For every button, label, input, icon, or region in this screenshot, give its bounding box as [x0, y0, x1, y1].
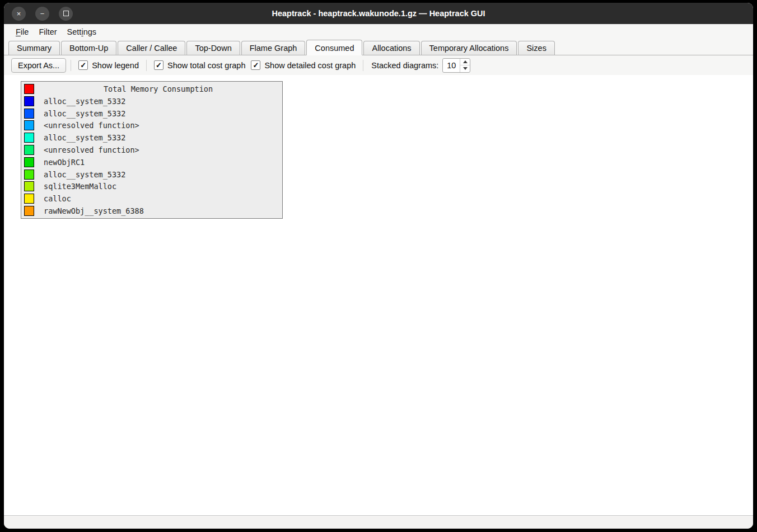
export-as-button[interactable]: Export As... — [11, 58, 66, 73]
legend-label: newObjRC1 — [44, 158, 85, 167]
app-window: × − Heaptrack - heaptrack.wakunode.1.gz … — [4, 3, 753, 529]
legend-label: rawNewObj__system_6388 — [44, 206, 144, 215]
legend-swatch — [24, 206, 34, 216]
tab-consumed[interactable]: Consumed — [306, 40, 362, 55]
toolbar-separator — [71, 60, 71, 71]
legend-swatch — [24, 157, 34, 167]
stacked-diagrams-label: Stacked diagrams: — [371, 61, 438, 70]
title-bar: × − Heaptrack - heaptrack.wakunode.1.gz … — [4, 3, 753, 24]
tab-temporary-allocations[interactable]: Temporary Allocations — [421, 41, 517, 55]
checkbox-show-detailed-cost-graph[interactable]: ✓Show detailed cost graph — [251, 60, 356, 70]
window-bottom-spacer — [4, 515, 753, 529]
legend-swatch — [24, 120, 34, 130]
spin-up-button[interactable] — [460, 59, 470, 66]
legend-swatch — [24, 170, 34, 180]
legend-swatch — [24, 133, 34, 143]
consumed-chart: Total Memory Consumptionalloc__system_53… — [4, 75, 753, 515]
maximize-icon — [63, 11, 69, 16]
legend-item: rawNewObj__system_6388 — [21, 205, 282, 217]
legend-item: alloc__system_5332 — [21, 107, 282, 120]
legend-item: alloc__system_5332 — [21, 95, 282, 107]
legend-label: <unresolved function> — [44, 121, 139, 130]
stacked-diagrams-spinbox[interactable]: 10 — [442, 58, 470, 73]
tab-summary[interactable]: Summary — [8, 41, 60, 55]
menu-filter[interactable]: Filter — [34, 26, 62, 38]
menu-bar: FileFilterSettings — [4, 24, 753, 39]
stacked-diagrams-value: 10 — [443, 59, 460, 72]
checkbox-label: Show total cost graph — [167, 61, 245, 70]
checkbox-box[interactable]: ✓ — [251, 60, 260, 70]
legend-label: alloc__system_5332 — [44, 133, 125, 142]
legend-item: Total Memory Consumption — [21, 83, 282, 95]
legend-swatch — [24, 96, 34, 106]
legend-item: <unresolved function> — [21, 144, 282, 156]
legend-label: alloc__system_5332 — [44, 97, 125, 106]
legend-label: Total Memory Consumption — [34, 84, 282, 93]
window-title: Heaptrack - heaptrack.wakunode.1.gz — He… — [4, 9, 753, 18]
spinbox-arrows — [460, 59, 470, 72]
legend-swatch — [24, 145, 34, 155]
spin-down-button[interactable] — [460, 65, 470, 72]
checkbox-group: ✓Show legend✓Show total cost graph✓Show … — [76, 60, 358, 71]
minimize-button[interactable]: − — [35, 7, 49, 21]
close-button[interactable]: × — [12, 7, 26, 21]
tab-flame-graph[interactable]: Flame Graph — [241, 41, 306, 55]
legend-label: alloc__system_5332 — [44, 170, 125, 179]
tab-caller-callee[interactable]: Caller / Callee — [118, 41, 185, 55]
checkbox-label: Show legend — [92, 61, 139, 70]
arrow-down-icon — [463, 67, 468, 70]
menu-file[interactable]: File — [11, 26, 34, 38]
legend-label: alloc__system_5332 — [44, 109, 125, 118]
legend-label: <unresolved function> — [44, 145, 139, 154]
legend-item: sqlite3MemMalloc — [21, 181, 282, 193]
toolbar: Export As... ✓Show legend✓Show total cos… — [4, 55, 753, 75]
tab-top-down[interactable]: Top-Down — [186, 41, 240, 55]
legend-swatch — [24, 181, 34, 191]
arrow-up-icon — [463, 60, 468, 63]
legend-item: <unresolved function> — [21, 119, 282, 131]
tab-sizes[interactable]: Sizes — [518, 41, 554, 55]
toolbar-separator — [363, 60, 363, 71]
menu-settings[interactable]: Settings — [62, 26, 101, 38]
tab-bar: SummaryBottom-UpCaller / CalleeTop-DownF… — [4, 39, 753, 55]
legend-label: sqlite3MemMalloc — [44, 182, 116, 191]
legend-swatch — [24, 84, 34, 94]
toolbar-separator — [146, 60, 147, 71]
legend-item: alloc__system_5332 — [21, 131, 282, 144]
legend-item: calloc — [21, 192, 282, 205]
legend-item: newObjRC1 — [21, 156, 282, 168]
checkbox-box[interactable]: ✓ — [154, 60, 163, 70]
tab-allocations[interactable]: Allocations — [363, 41, 419, 55]
legend-swatch — [24, 194, 34, 204]
checkbox-box[interactable]: ✓ — [78, 60, 88, 70]
legend-swatch — [24, 109, 34, 119]
chart-legend: Total Memory Consumptionalloc__system_53… — [21, 81, 283, 219]
checkbox-show-legend[interactable]: ✓Show legend — [78, 60, 139, 70]
legend-label: calloc — [44, 194, 71, 203]
tab-bottom-up[interactable]: Bottom-Up — [61, 41, 116, 55]
window-controls: × − — [4, 7, 73, 21]
legend-item: alloc__system_5332 — [21, 168, 282, 181]
checkbox-show-total-cost-graph[interactable]: ✓Show total cost graph — [154, 60, 245, 70]
maximize-button[interactable] — [59, 7, 73, 21]
checkbox-label: Show detailed cost graph — [264, 61, 356, 70]
